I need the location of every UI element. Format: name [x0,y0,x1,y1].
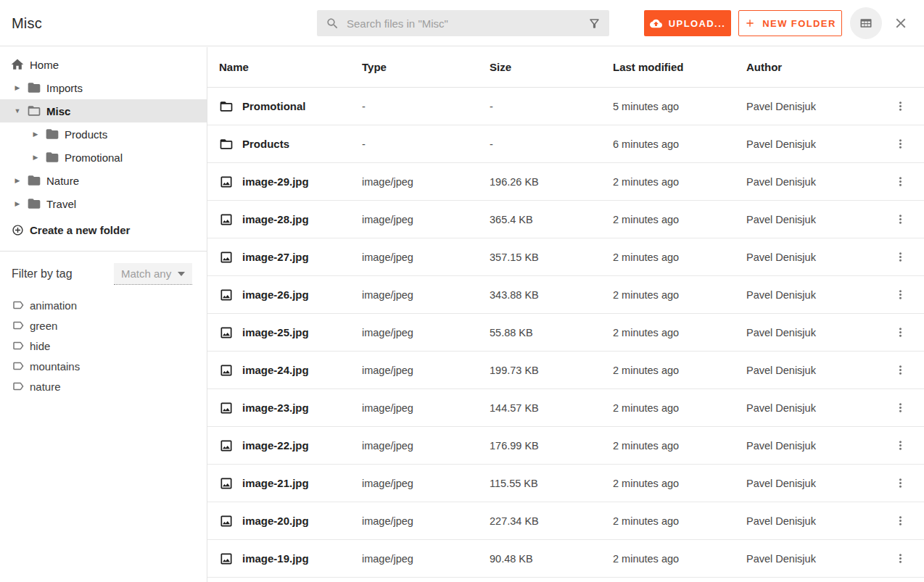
file-author: Pavel Denisjuk [746,402,891,414]
sidebar-item-imports[interactable]: ▶ Imports [0,76,207,99]
chevron-icon[interactable]: ▶ [13,200,22,207]
table-row[interactable]: image-22.jpg image/jpeg 176.99 KB 2 minu… [207,427,924,465]
table-row[interactable]: image-25.jpg image/jpeg 55.88 KB 2 minut… [207,314,924,352]
tag-match-value: Match any [121,267,171,280]
file-size: 90.48 KB [490,553,613,565]
filter-by-tag-label: Filter by tag [12,267,73,280]
chevron-icon[interactable]: ▼ [13,107,22,115]
file-type: image/jpeg [362,402,490,414]
row-actions-button[interactable] [891,286,909,304]
file-size: 115.55 KB [490,478,613,489]
image-icon [219,552,234,566]
tag-item-green[interactable]: green [0,315,207,336]
file-modified: 2 minutes ago [613,515,746,527]
row-actions-button[interactable] [891,324,909,341]
folder-icon [27,196,41,211]
row-actions-button[interactable] [891,550,909,568]
more-vert-icon [894,99,907,113]
row-actions-button[interactable] [891,211,909,228]
tag-match-select[interactable]: Match any [114,263,192,285]
file-size: 365.4 KB [490,214,613,225]
file-type: image/jpeg [362,440,490,452]
sidebar-item-misc[interactable]: ▼ Misc [0,99,207,122]
more-vert-icon [894,514,907,528]
folder-tree-item-label: Misc [46,105,70,117]
file-modified: 2 minutes ago [613,176,746,188]
row-actions-button[interactable] [891,98,909,115]
file-type: image/jpeg [362,515,490,527]
file-type: image/jpeg [362,289,490,301]
table-row[interactable]: image-20.jpg image/jpeg 227.34 KB 2 minu… [207,502,924,540]
file-name: image-29.jpg [242,175,309,188]
file-type: - [362,138,490,150]
table-row[interactable]: image-21.jpg image/jpeg 115.55 KB 2 minu… [207,465,924,502]
file-type: image/jpeg [362,365,490,376]
row-actions-button[interactable] [891,173,909,191]
tag-item-mountains[interactable]: mountains [0,356,207,376]
new-folder-button[interactable]: NEW FOLDER [738,10,842,36]
file-name: image-23.jpg [242,402,309,414]
table-row[interactable]: Products - - 6 minutes ago Pavel Denisju… [207,125,924,163]
chevron-icon[interactable]: ▶ [31,154,40,161]
file-modified: 2 minutes ago [613,478,746,489]
sidebar-item-nature[interactable]: ▶ Nature [0,169,207,192]
more-vert-icon [894,175,907,188]
column-header-name[interactable]: Name [207,61,362,73]
folder-tree-item-label: Home [30,59,59,71]
filter-icon[interactable] [587,17,601,30]
search-input[interactable] [347,17,587,30]
upload-button[interactable]: UPLOAD... [644,10,731,36]
more-vert-icon [894,401,907,415]
column-header-size[interactable]: Size [490,61,613,73]
file-modified: 2 minutes ago [613,553,746,565]
row-actions-button[interactable] [891,362,909,379]
tag-icon [12,299,25,312]
table-row[interactable]: Promotional - - 5 minutes ago Pavel Deni… [207,88,924,125]
sidebar-item-promotional[interactable]: ▶ Promotional [0,146,207,169]
close-button[interactable] [892,14,909,32]
file-type: image/jpeg [362,251,490,263]
file-author: Pavel Denisjuk [746,440,891,452]
table-row[interactable]: image-19.jpg image/jpeg 90.48 KB 2 minut… [207,540,924,578]
column-header-author[interactable]: Author [746,61,891,73]
row-actions-button[interactable] [891,136,909,153]
chevron-icon[interactable]: ▶ [13,84,22,91]
tag-item-animation[interactable]: animation [0,295,207,315]
row-actions-button[interactable] [891,475,909,492]
sidebar-item-travel[interactable]: ▶ Travel [0,192,207,215]
tag-item-hide[interactable]: hide [0,336,207,356]
create-folder-button[interactable]: Create a new folder [0,218,207,241]
row-actions-button[interactable] [891,249,909,266]
upload-button-label: UPLOAD... [669,18,725,29]
table-row[interactable]: image-29.jpg image/jpeg 196.26 KB 2 minu… [207,163,924,201]
more-vert-icon [894,325,907,339]
chevron-icon[interactable]: ▶ [13,177,22,184]
file-size: - [490,101,613,112]
table-row[interactable]: image-23.jpg image/jpeg 144.57 KB 2 minu… [207,389,924,427]
table-row[interactable]: image-24.jpg image/jpeg 199.73 KB 2 minu… [207,352,924,389]
file-modified: 2 minutes ago [613,214,746,225]
column-header-last-modified[interactable]: Last modified [613,61,746,73]
tag-item-nature[interactable]: nature [0,376,207,396]
sidebar-item-home[interactable]: Home [0,53,207,76]
column-header-type[interactable]: Type [362,61,490,73]
row-actions-button[interactable] [891,512,909,530]
file-size: 55.88 KB [490,327,613,338]
tag-icon [12,339,25,352]
folder-tree-item-label: Imports [46,82,83,94]
more-vert-icon [894,438,907,452]
row-actions-button[interactable] [891,437,909,454]
row-actions-button[interactable] [891,399,909,417]
table-row[interactable]: image-28.jpg image/jpeg 365.4 KB 2 minut… [207,201,924,238]
file-name: image-20.jpg [242,515,309,527]
grid-view-toggle-button[interactable] [850,7,882,39]
file-manager-window: Misc UPLOAD... NEW FOLDER Home ▶ Im [0,0,924,582]
chevron-icon[interactable]: ▶ [31,130,40,138]
file-size: 357.15 KB [490,251,613,263]
sidebar-item-products[interactable]: ▶ Products [0,122,207,146]
file-name: Promotional [242,100,306,112]
topbar: Misc UPLOAD... NEW FOLDER [0,0,924,46]
table-row[interactable]: image-26.jpg image/jpeg 343.88 KB 2 minu… [207,276,924,314]
file-size: 199.73 KB [490,365,613,376]
table-row[interactable]: image-27.jpg image/jpeg 357.15 KB 2 minu… [207,238,924,276]
